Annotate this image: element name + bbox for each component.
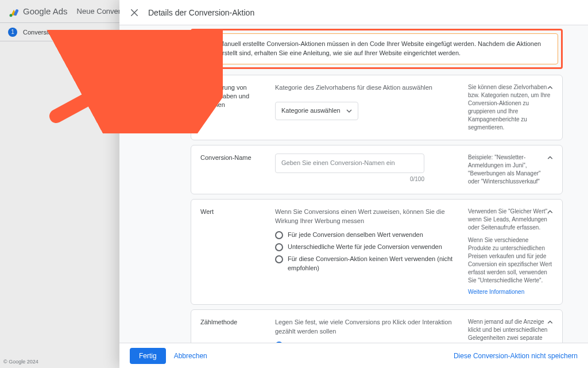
chevron-up-icon (545, 82, 555, 93)
alert-highlight-frame: Manuell erstellte Conversion-Aktionen mü… (191, 29, 563, 69)
card-title: Wert (200, 208, 265, 296)
dialog-body[interactable]: Manuell erstellte Conversion-Aktionen mü… (119, 25, 588, 343)
card-title: Optimierung von Zielvorhaben und Aktione… (200, 83, 265, 132)
dont-save-button[interactable]: Diese Conversion-Aktion nicht speichern (454, 352, 578, 360)
card-title: Zählmethode (200, 318, 265, 343)
close-icon (129, 7, 140, 18)
card-value: Wert Wenn Sie Conversions einen Wert zuw… (191, 199, 563, 305)
collapse-toggle[interactable] (545, 206, 555, 218)
radio-all[interactable]: Alle (275, 341, 458, 343)
radio-no-value[interactable]: Für diese Conversion-Aktion keinen Wert … (275, 255, 458, 273)
done-button[interactable]: Fertig (130, 348, 166, 364)
placeholder-text: Geben Sie einen Conversion-Namen ein (281, 159, 395, 166)
chevron-up-icon (545, 317, 555, 327)
chevron-up-icon (545, 152, 555, 163)
category-heading: Kategorie des Zielvorhabens für diese Ak… (275, 83, 458, 93)
cancel-button[interactable]: Abbrechen (174, 352, 207, 360)
manual-setup-alert: Manuell erstellte Conversion-Aktionen mü… (195, 33, 558, 64)
chevron-down-icon (346, 108, 352, 114)
svg-rect-4 (208, 47, 208, 47)
dialog-title: Details der Conversion-Aktion (148, 8, 254, 17)
collapse-toggle[interactable] (545, 82, 555, 94)
radio-label: Für jede Conversion denselben Wert verwe… (288, 231, 423, 240)
conversion-action-dialog: Details der Conversion-Aktion Manuell er… (119, 0, 588, 368)
warning-icon (204, 40, 213, 49)
close-button[interactable] (129, 7, 140, 18)
card-conversion-name: Conversion-Name Geben Sie einen Conversi… (191, 145, 563, 194)
help-text-2: Wenn Sie verschiedene Produkte zu unters… (468, 236, 553, 285)
count-heading: Legen Sie fest, wie viele Conversions pr… (275, 318, 458, 336)
card-count-method: Zählmethode Legen Sie fest, wie viele Co… (191, 309, 563, 343)
chevron-up-icon (545, 206, 555, 217)
card-goal-optimization: Optimierung von Zielvorhaben und Aktione… (191, 75, 563, 140)
help-text: Wenn jemand auf die Anzeige klickt und b… (468, 318, 553, 343)
alert-text: Manuell erstellte Conversion-Aktionen mü… (219, 40, 550, 58)
svg-rect-3 (208, 44, 208, 46)
help-text-1: Verwenden Sie "Gleicher Wert", wenn Sie … (468, 208, 553, 232)
card-title: Conversion-Name (200, 154, 265, 186)
help-text: Beispiele: "Newsletter-Anmeldungen im Ju… (468, 154, 553, 186)
collapse-toggle[interactable] (545, 152, 555, 164)
value-heading: Wenn Sie Conversions einen Wert zuweisen… (275, 208, 458, 226)
radio-diff-value[interactable]: Unterschiedliche Werte für jede Conversi… (275, 243, 458, 252)
dialog-footer: Fertig Abbrechen Diese Conversion-Aktion… (119, 343, 588, 368)
category-select-label: Kategorie auswählen (281, 106, 341, 116)
learn-more-link[interactable]: Weitere Informationen (468, 288, 524, 296)
char-count: 0/100 (275, 175, 424, 184)
radio-label: Alle (288, 341, 298, 343)
collapse-toggle[interactable] (545, 317, 555, 329)
conversion-name-input[interactable]: Geben Sie einen Conversion-Namen ein (275, 154, 424, 173)
dialog-header: Details der Conversion-Aktion (119, 0, 588, 25)
radio-same-value[interactable]: Für jede Conversion denselben Wert verwe… (275, 231, 458, 240)
category-select[interactable]: Kategorie auswählen (275, 102, 358, 120)
radio-label: Unterschiedliche Werte für jede Conversi… (288, 243, 442, 252)
radio-label: Für diese Conversion-Aktion keinen Wert … (288, 255, 458, 273)
help-text: Sie können diese Zielvorhaben bzw. Kateg… (468, 83, 553, 132)
